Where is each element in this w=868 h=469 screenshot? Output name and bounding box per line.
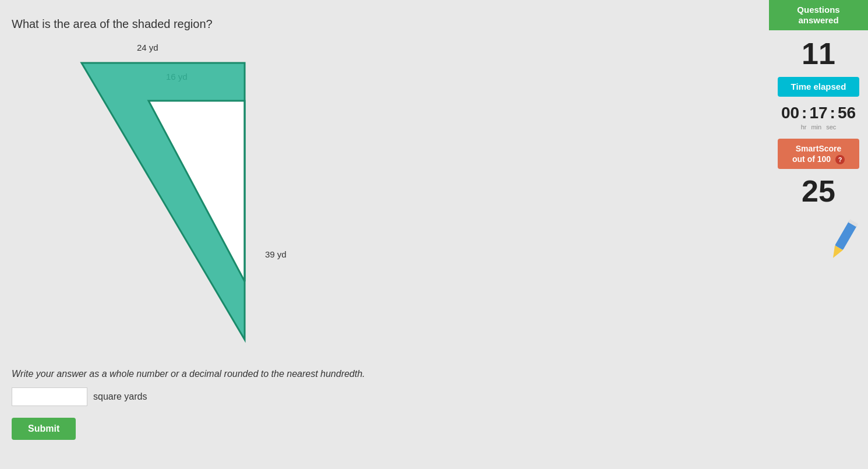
pencil-icon	[823, 212, 867, 264]
answer-row: square yards	[12, 387, 746, 406]
side-panel: Questions answered 11 Time elapsed 00 : …	[769, 0, 868, 261]
questions-answered-label: Questions answered	[797, 5, 839, 25]
time-elapsed-banner: Time elapsed	[778, 77, 859, 97]
main-content: What is the area of the shaded region? 2…	[0, 0, 763, 452]
time-sep1: :	[802, 104, 807, 122]
time-elapsed-label: Time elapsed	[791, 82, 846, 91]
submit-button[interactable]: Submit	[12, 418, 76, 440]
time-display: 00 : 17 : 56	[781, 104, 856, 122]
triangle-diagram	[47, 54, 315, 351]
questions-answered-banner: Questions answered	[769, 0, 868, 30]
questions-number: 11	[769, 36, 868, 71]
label-24yd: 24 yd	[137, 43, 158, 52]
smartscore-info-icon[interactable]: ?	[835, 155, 845, 164]
time-labels: hr min sec	[801, 124, 837, 131]
answer-area: Write your answer as a whole number or a…	[12, 369, 746, 440]
unit-label: square yards	[93, 392, 147, 402]
instruction-text: Write your answer as a whole number or a…	[12, 369, 746, 379]
hr-label: hr	[801, 124, 807, 131]
time-minutes: 17	[809, 104, 827, 122]
question-text: What is the area of the shaded region?	[12, 17, 746, 31]
answer-input[interactable]	[12, 387, 87, 406]
sec-label: sec	[826, 124, 836, 131]
min-label: min	[811, 124, 821, 131]
smartscore-value: 25	[769, 174, 868, 209]
smartscore-sublabel: out of 100	[792, 154, 831, 164]
smartscore-label: SmartScore	[796, 144, 842, 153]
time-hours: 00	[781, 104, 799, 122]
time-sep2: :	[830, 104, 835, 122]
smartscore-banner: SmartScore out of 100 ?	[778, 139, 859, 169]
diagram-container: 24 yd 16 yd 27 yd 39 yd	[47, 43, 326, 351]
time-seconds: 56	[838, 104, 856, 122]
